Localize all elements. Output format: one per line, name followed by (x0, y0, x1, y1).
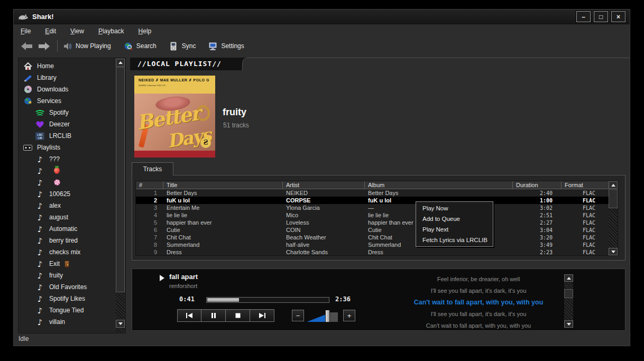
lyrics-scrollbar[interactable] (564, 274, 573, 328)
volume-down-button[interactable]: − (292, 310, 304, 321)
column-header-duration[interactable]: Duration (513, 181, 562, 189)
sidebar-item-playlists[interactable]: Playlists (20, 142, 114, 153)
player-panel: fall apart renforshort 0:41 2:36 (132, 269, 625, 331)
sidebar-item-playlist[interactable]: ♪ Automatic (20, 223, 114, 235)
sidebar-item-playlist[interactable]: ♪ villain (20, 316, 114, 328)
table-row[interactable]: 6 Cutie COIN Cutie 3:04 FLAC (136, 226, 618, 234)
next-track-button[interactable] (250, 309, 274, 322)
sidebar-item-downloads[interactable]: Downloads (20, 84, 114, 95)
volume-level-fill (307, 314, 326, 322)
lyric-line-active: Can't wait to fall apart, with you, with… (381, 297, 576, 308)
scroll-up-icon[interactable] (609, 181, 618, 189)
lrclib-icon: LRCLIB (35, 132, 44, 141)
sidebar-item-playlist[interactable]: ♪ Tongue Tied (20, 304, 114, 316)
tab-tracks[interactable]: Tracks (132, 162, 173, 175)
sidebar-item-playlist[interactable]: ♪ Spotify Likes (20, 293, 114, 304)
deezer-icon (35, 120, 44, 129)
sidebar-item-library[interactable]: Library (20, 72, 114, 84)
sidebar-item-playlist[interactable]: ♪ ??? (20, 153, 114, 165)
scroll-down-icon[interactable] (116, 320, 125, 328)
back-arrow-icon[interactable] (20, 41, 34, 51)
stop-icon (235, 313, 241, 318)
pause-button[interactable] (201, 309, 226, 322)
scroll-down-icon[interactable] (564, 320, 573, 328)
sidebar-item-spotify[interactable]: Spotify (20, 107, 114, 118)
column-header-album[interactable]: Album (365, 181, 513, 189)
column-header-title[interactable]: Title (163, 181, 283, 189)
table-scroll-thumb[interactable] (609, 189, 618, 208)
context-menu-play-next[interactable]: Play Next (416, 224, 493, 235)
forward-arrow-icon[interactable] (37, 41, 51, 51)
sidebar-item-playlist[interactable]: ♪ checks mix (20, 246, 114, 258)
column-header-artist[interactable]: Artist (283, 181, 365, 189)
sync-button[interactable]: Sync (169, 42, 196, 51)
scroll-up-icon[interactable] (564, 274, 573, 282)
sidebar-scrollbar[interactable] (116, 59, 125, 332)
sidebar-item-playlist[interactable]: ♪ (20, 165, 114, 177)
table-scrollbar[interactable] (609, 181, 618, 255)
menu-playback[interactable]: Playback (98, 27, 124, 35)
menu-view[interactable]: View (70, 27, 84, 35)
column-header-num[interactable]: # (136, 181, 163, 189)
sidebar-item-lrclib[interactable]: LRCLIB LRCLIB (20, 130, 114, 142)
sidebar-list: Home Library Downloads (20, 60, 114, 332)
scroll-down-icon[interactable] (609, 248, 618, 255)
sidebar-item-playlist[interactable]: ♪ alex (20, 200, 114, 211)
speaker-icon (63, 42, 72, 51)
context-menu-add-to-queue[interactable]: Add to Queue (416, 214, 493, 224)
sidebar-item-playlist[interactable]: ♪ august (20, 211, 114, 223)
pause-icon (211, 313, 216, 318)
context-menu-fetch-lyrics[interactable]: Fetch Lyrics via LRCLIB (416, 235, 493, 245)
table-row[interactable]: 9 Dress Charlotte Sands Dress 2:23 FLAC (136, 248, 618, 256)
lyrics-scroll-thumb[interactable] (564, 289, 573, 298)
close-button[interactable]: × (611, 11, 625, 22)
sidebar-item-playlist[interactable]: ♪ fruity (20, 270, 114, 281)
sidebar-item-home[interactable]: Home (20, 60, 114, 72)
window-title: Shark! (32, 13, 53, 21)
scroll-up-icon[interactable] (116, 59, 125, 67)
app-window: Shark! – □ × File Edit View Playback Hel… (13, 9, 630, 346)
stop-button[interactable] (226, 309, 250, 322)
sidebar-item-playlist[interactable]: ♪ Old Favorites (20, 281, 114, 293)
context-menu-play-now[interactable]: Play Now (416, 203, 493, 214)
services-icon (23, 97, 32, 106)
table-row[interactable]: 8 Summerland half·alive Summerland 3:49 … (136, 241, 618, 248)
volume-up-button[interactable]: + (343, 310, 355, 321)
table-row[interactable]: 7 Chit Chat Beach Weather Chit Chat 3:20… (136, 234, 618, 241)
table-row[interactable]: 1 Better Days NEIKED Better Days 2:40 FL… (136, 189, 618, 197)
sidebar-item-playlist[interactable]: ♪ (20, 177, 114, 188)
search-button[interactable]: Search (124, 42, 157, 51)
menu-edit[interactable]: Edit (45, 27, 56, 35)
sidebar-item-playlist[interactable]: ♪ Exit (20, 258, 114, 270)
sidebar-scroll-thumb[interactable] (116, 67, 125, 292)
now-playing-button[interactable]: Now Playing (63, 42, 111, 51)
column-header-format[interactable]: Format (562, 181, 609, 189)
table-row-selected[interactable]: 2 fuK u lol CORPSE fuK u lol 1:00 FLAC (136, 197, 618, 204)
volume-slider-handle[interactable] (325, 310, 330, 322)
menu-file[interactable]: File (21, 27, 31, 35)
table-row[interactable]: 4 lie lie lie Mico lie lie lie 2:51 FLAC (136, 211, 618, 219)
music-note-icon: ♪ (35, 248, 44, 257)
maximize-button[interactable]: □ (594, 11, 608, 22)
now-playing-title: fall apart (169, 273, 198, 281)
elapsed-time: 0:41 (168, 295, 195, 303)
settings-button[interactable]: Settings (208, 42, 244, 51)
menu-help[interactable]: Help (139, 27, 152, 35)
title-bar[interactable]: Shark! – □ × (14, 10, 630, 24)
music-note-icon: ♪ (35, 283, 44, 292)
minimize-button[interactable]: – (576, 11, 591, 22)
table-row[interactable]: 3 Entertain Me Ylona Garcia — 3:02 FLAC (136, 204, 618, 211)
sidebar-item-playlist[interactable]: ♪ 100625 (20, 188, 114, 200)
header-corner (242, 58, 630, 70)
music-note-icon: ♪ (35, 260, 44, 269)
sidebar-item-services[interactable]: Services (20, 95, 114, 107)
seek-bar[interactable] (206, 297, 329, 303)
previous-track-button[interactable] (177, 309, 201, 322)
table-row[interactable]: 5 happier than ever Loveless happier tha… (136, 219, 618, 226)
volume-slider[interactable] (307, 310, 338, 322)
shark-app-icon (18, 13, 29, 21)
sidebar-item-deezer[interactable]: Deezer (20, 118, 114, 130)
sidebar-item-playlist[interactable]: ♪ berry tired (20, 235, 114, 246)
album-banner: NEIKED ✗ MAE MULLER ✗ POLO G NeIKED Coll… (134, 76, 215, 94)
lollipop-emoji-icon (54, 179, 60, 186)
